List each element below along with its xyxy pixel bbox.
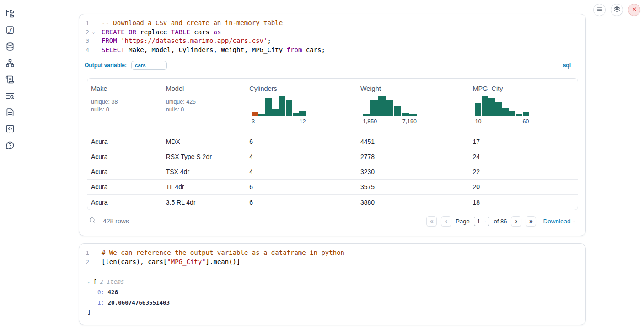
helper-panel-sidebar: ƒ (0, 0, 20, 333)
table-cell: TL 4dr (162, 183, 246, 190)
histogram-bar (378, 96, 386, 116)
line-number: 2 (79, 28, 89, 37)
page-total-label: of 86 (494, 218, 507, 225)
python-cell: 1 # We can reference the output variable… (79, 243, 586, 325)
sidebar-item-data-sources[interactable] (5, 43, 15, 52)
histogram-bar (293, 113, 299, 116)
column-header-model[interactable]: Model unique: 425 nulls: 0 (162, 79, 246, 134)
table-row[interactable]: Acura MDX 6 4451 17 (87, 134, 578, 149)
page-label: Page (456, 218, 469, 225)
column-label: Cylinders (249, 85, 353, 92)
histogram-bar (252, 112, 258, 116)
code-token (117, 37, 121, 44)
histogram-bar (475, 103, 481, 116)
code-token: TABLE (171, 28, 190, 36)
mpg-city-histogram: 10 60 (475, 95, 529, 125)
code-token: ; (267, 37, 271, 44)
column-label: Weight (360, 85, 466, 92)
table-row[interactable]: Acura RSX Type S 2dr 4 2778 24 (87, 149, 578, 164)
table-row[interactable]: Acura TL 4dr 6 3575 20 (87, 180, 578, 195)
histogram-bar (482, 96, 488, 116)
column-header-mpg-city[interactable]: MPG_City 10 60 (469, 79, 578, 134)
page-select-value: 1 (477, 218, 480, 225)
code-token: cars (190, 28, 214, 36)
histogram-max-label: 60 (523, 118, 529, 125)
column-label: Model (166, 85, 242, 92)
histogram-bar (363, 114, 370, 116)
settings-button[interactable] (611, 4, 623, 16)
download-button[interactable]: Download ⌄ (543, 218, 576, 225)
search-icon (89, 217, 96, 226)
code-token (125, 28, 129, 36)
code-token: from (287, 46, 302, 53)
column-header-cylinders[interactable]: Cylinders 3 12 (246, 79, 357, 134)
table-row[interactable]: Acura 3.5 RL 4dr 6 3880 18 (87, 195, 578, 210)
collapse-chevron-icon[interactable]: ⌄ (87, 279, 93, 284)
chevron-down-icon: ⌄ (483, 219, 487, 223)
sql-code-editor[interactable]: 1 -- Download a CSV and create an in-mem… (79, 14, 585, 58)
column-unique-stat: unique: 425 (166, 98, 242, 106)
code-token: # We can reference the output variable a… (102, 249, 344, 256)
table-row[interactable]: Acura TSX 4dr 4 3230 22 (87, 164, 578, 180)
table-cell: 18 (469, 199, 578, 206)
column-label: MPG_City (472, 85, 574, 92)
output-variable-label: Output variable: (85, 62, 127, 69)
histogram-bar (272, 109, 279, 116)
histogram-bar (370, 100, 378, 116)
prev-page-button[interactable]: ‹ (441, 216, 451, 227)
sidebar-item-variables[interactable]: ƒ (5, 26, 15, 36)
language-badge: sql (563, 62, 571, 69)
histogram-bar (299, 111, 306, 116)
histogram-bar (409, 114, 417, 116)
row-count-label: 428 rows (103, 217, 129, 225)
cell-output: Make unique: 38 nulls: 0 Model unique: 4… (79, 72, 585, 227)
line-number: 4 (79, 46, 89, 55)
list-item: 1: 20.060747663551403 (97, 298, 577, 308)
column-header-make[interactable]: Make unique: 38 nulls: 0 (87, 79, 162, 134)
message-question-icon (5, 141, 15, 152)
table-cell: RSX Type S 2dr (162, 153, 246, 160)
sidebar-item-dependency-graph[interactable] (5, 59, 15, 69)
table-footer: 428 rows « ‹ Page 1 ⌄ of 86 › » Download… (87, 215, 578, 227)
histogram-bars (363, 95, 417, 116)
shutdown-button[interactable] (628, 4, 640, 16)
search-button[interactable] (89, 217, 97, 225)
table-cell: Acura (87, 138, 162, 145)
first-page-button[interactable]: « (426, 216, 437, 227)
python-code-editor[interactable]: 1 # We can reference the output variable… (79, 244, 585, 270)
code-token: ].mean()] (206, 258, 241, 265)
table-cell: Acura (87, 153, 162, 160)
sidebar-item-logs[interactable] (5, 76, 15, 85)
last-page-button[interactable]: » (526, 216, 536, 227)
close-icon (631, 6, 638, 14)
next-page-button[interactable]: › (511, 216, 521, 227)
close-bracket: ] (87, 308, 577, 317)
sidebar-item-search-logs[interactable] (5, 92, 15, 101)
column-nulls-stat: nulls: 0 (166, 106, 242, 114)
open-bracket: [ (93, 278, 97, 285)
code-token: as (213, 28, 221, 36)
menu-button[interactable] (593, 4, 606, 16)
output-variable-input[interactable]: cars (131, 61, 167, 70)
items-count-label: 2 Items (100, 278, 124, 285)
table-cell: 6 (246, 138, 357, 145)
sidebar-item-snippets[interactable] (5, 125, 15, 134)
table-cell: 20 (469, 183, 578, 190)
line-number: 2 (79, 258, 89, 267)
table-cell: 3230 (357, 168, 469, 175)
folder-tree-icon (5, 9, 15, 20)
code-token: OR (129, 28, 136, 36)
histogram-bar (502, 108, 509, 116)
chevron-right-icon: › (515, 217, 518, 225)
column-header-weight[interactable]: Weight 1,850 7,190 (357, 79, 469, 134)
table-cell: 3.5 RL 4dr (162, 199, 246, 206)
weight-histogram: 1,850 7,190 (363, 95, 417, 125)
sidebar-item-documentation[interactable] (5, 109, 15, 118)
page-select[interactable]: 1 ⌄ (474, 217, 490, 226)
sidebar-item-help[interactable] (5, 142, 15, 151)
notebook-actions-toolbar (593, 4, 640, 16)
sidebar-item-file-explorer[interactable] (5, 10, 15, 19)
item-value: 20.060747663551403 (108, 299, 170, 306)
chevron-down-icon: ⌄ (572, 219, 576, 223)
histogram-bar (495, 102, 502, 116)
